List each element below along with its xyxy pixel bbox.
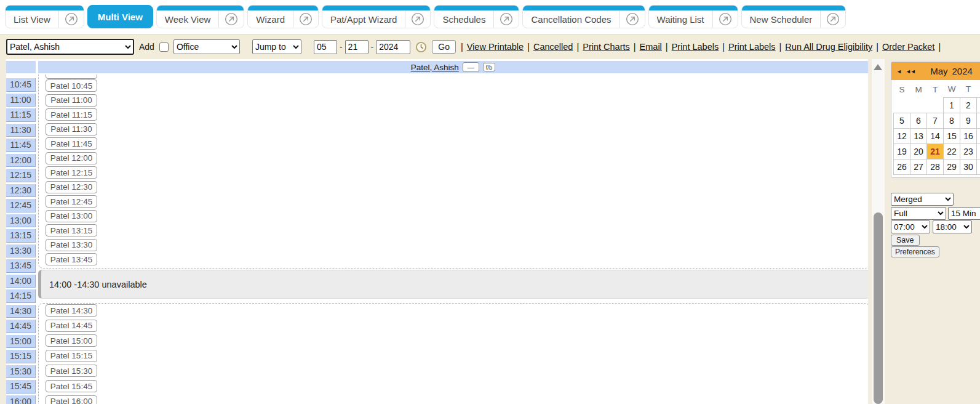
slot-button-patel-13-45[interactable]: Patel 13:45 (46, 253, 97, 265)
slot-button-patel-14-45[interactable]: Patel 14:45 (46, 320, 97, 332)
calendar-day[interactable]: 24 (977, 143, 980, 159)
date-separator: - (371, 42, 374, 52)
minimize-column-button[interactable]: — (463, 62, 479, 72)
time-label-15-00: 15:00 (6, 335, 36, 349)
slot-button-patel-15-45[interactable]: Patel 15:45 (46, 380, 97, 392)
tab-multi-view[interactable]: Multi View (87, 5, 153, 28)
calendar-day[interactable]: 27 (910, 159, 927, 174)
action-links: |View Printable|Cancelled|Print Charts|E… (461, 42, 941, 52)
add-checkbox[interactable] (159, 42, 169, 52)
calendar-day[interactable]: 10 (977, 113, 980, 128)
slot-button-patel-12-30[interactable]: Patel 12:30 (46, 181, 97, 193)
display-mode-select[interactable]: Merged (891, 193, 954, 206)
calendar-day[interactable]: 12 (894, 128, 910, 143)
calendar-day[interactable]: 29 (944, 159, 960, 174)
link-print-charts[interactable]: Print Charts (583, 42, 630, 52)
location-select[interactable]: Office (173, 39, 240, 54)
save-button[interactable]: Save (891, 235, 920, 246)
calendar-day[interactable]: 1 (944, 97, 960, 113)
date-year-input[interactable] (376, 40, 410, 54)
scrollbar-track[interactable] (872, 59, 885, 404)
calendar-day[interactable]: 31 (977, 159, 980, 174)
provider-header-link[interactable]: Patel, Ashish (411, 63, 459, 72)
link-view-printable[interactable]: View Printable (467, 42, 524, 52)
calendar-day[interactable]: 26 (894, 159, 910, 174)
add-label: Add (139, 42, 154, 52)
scrollbar-thumb[interactable] (874, 212, 883, 404)
pipe-separator: | (938, 42, 941, 52)
slot-button-patel-12-00[interactable]: Patel 12:00 (46, 152, 97, 164)
calendar-day-selected[interactable]: 21 (927, 143, 944, 159)
slot-button-patel-16-00[interactable]: Patel 16:00 (46, 395, 97, 404)
calendar-day[interactable]: 17 (977, 128, 980, 143)
date-day-input[interactable] (345, 40, 368, 54)
slot-button-patel-11-30[interactable]: Patel 11:30 (46, 123, 97, 135)
calendar-day[interactable]: 30 (960, 159, 977, 174)
calendar-day[interactable]: 16 (960, 128, 977, 143)
end-time-select[interactable]: 18:00 (933, 220, 972, 233)
calendar-day[interactable]: 13 (910, 128, 927, 143)
tab-cancellation-codes[interactable]: Cancellation Codes (522, 5, 645, 28)
slot-button-patel-12-15[interactable]: Patel 12:15 (46, 166, 97, 179)
calendar-day[interactable]: 22 (944, 143, 960, 159)
preferences-button[interactable]: Preferences (891, 246, 939, 257)
time-label-12-30: 12:30 (6, 184, 36, 198)
tab-list-view[interactable]: List View (5, 5, 84, 28)
provider-select[interactable]: Patel, Ashish (6, 39, 134, 55)
fb-button[interactable]: f/b (483, 63, 496, 71)
link-email[interactable]: Email (640, 42, 662, 52)
time-label-11-15: 11:15 (6, 108, 36, 122)
slot-button-patel-15-30[interactable]: Patel 15:30 (46, 365, 97, 377)
calendar-day[interactable]: 23 (960, 143, 977, 159)
link-print-labels[interactable]: Print Labels (672, 42, 719, 52)
calendar-day[interactable]: 6 (910, 113, 927, 128)
calendar-day[interactable]: 8 (944, 113, 960, 128)
jump-to-select[interactable]: Jump to (252, 39, 301, 54)
calendar-day[interactable]: 7 (927, 113, 944, 128)
slot-button-patel-15-00[interactable]: Patel 15:00 (46, 334, 97, 347)
slot-button-patel-13-15[interactable]: Patel 13:15 (46, 224, 97, 236)
scrollbar-up-arrow-icon[interactable] (874, 64, 882, 70)
link-order-packet[interactable]: Order Packet (882, 42, 934, 52)
slot-button-clipped[interactable] (46, 75, 97, 79)
link-run-all-drug-eligibility[interactable]: Run All Drug Eligibility (785, 42, 872, 52)
go-button[interactable]: Go (432, 40, 456, 54)
calendar-day[interactable]: 19 (894, 143, 910, 159)
calendar-day[interactable]: 5 (894, 113, 910, 128)
calendar-day[interactable]: 2 (960, 97, 977, 113)
calendar-prev-month-icon[interactable]: ◄ (896, 68, 901, 75)
calendar-day[interactable]: 3 (977, 97, 980, 113)
time-label-13-45: 13:45 (6, 259, 36, 273)
calendar-week-row: 12131415161718 (894, 128, 980, 143)
calendar-day[interactable]: 15 (944, 128, 960, 143)
calendar-day[interactable]: 14 (927, 128, 944, 143)
tab-new-scheduler[interactable]: New Scheduler (741, 5, 847, 28)
tab-wizard[interactable]: Wizard (247, 5, 319, 28)
zoom-mode-select[interactable]: Full (891, 207, 946, 220)
slot-button-patel-11-00[interactable]: Patel 11:00 (46, 94, 97, 107)
slot-button-patel-13-30[interactable]: Patel 13:30 (46, 239, 97, 251)
clock-icon[interactable] (415, 41, 427, 53)
slot-button-patel-12-45[interactable]: Patel 12:45 (46, 195, 97, 208)
slot-button-patel-14-30[interactable]: Patel 14:30 (46, 304, 97, 317)
tab-week-view[interactable]: Week View (156, 5, 244, 28)
link-cancelled[interactable]: Cancelled (533, 42, 573, 52)
start-time-select[interactable]: 07:00 (891, 220, 930, 233)
slot-button-patel-15-15[interactable]: Patel 15:15 (46, 350, 97, 362)
calendar-prev-year-icon[interactable]: ◄◄ (906, 68, 915, 75)
interval-select[interactable]: 15 Min (948, 207, 980, 220)
unavailable-block: 14:00 -14:30 unavailable (38, 270, 868, 299)
calendar-day[interactable]: 9 (960, 113, 977, 128)
slot-button-patel-11-45[interactable]: Patel 11:45 (46, 137, 97, 150)
link-print-labels[interactable]: Print Labels (728, 42, 776, 52)
tab-pat-appt-wizard[interactable]: Pat/Appt Wizard (322, 5, 431, 28)
slot-button-patel-10-45[interactable]: Patel 10:45 (46, 79, 97, 92)
date-month-input[interactable] (314, 40, 337, 54)
calendar-day[interactable]: 20 (910, 143, 927, 159)
slot-button-patel-11-15[interactable]: Patel 11:15 (46, 108, 97, 121)
time-label-12-45: 12:45 (6, 199, 36, 212)
tab-schedules[interactable]: Schedules (434, 5, 519, 28)
calendar-day[interactable]: 28 (927, 159, 944, 174)
slot-button-patel-13-00[interactable]: Patel 13:00 (46, 210, 97, 222)
tab-waiting-list[interactable]: Waiting List (648, 5, 738, 28)
